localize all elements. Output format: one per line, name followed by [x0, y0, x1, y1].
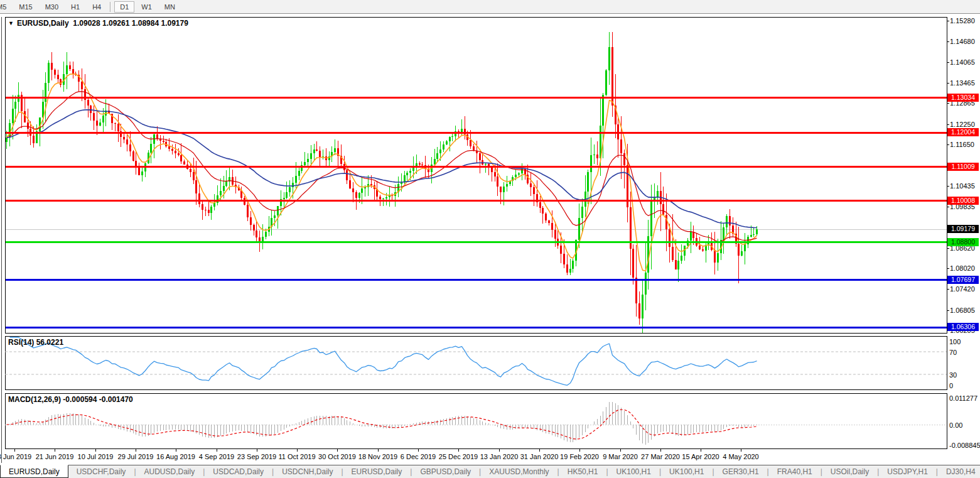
price-level-badge: 1.08800	[947, 238, 979, 246]
ohlc-open: 1.09028	[73, 19, 100, 28]
price-level-badge: 1.10008	[947, 197, 979, 205]
symbol-tab-eurusd-active[interactable]: EURUSD,Daily	[0, 465, 68, 478]
symbol-tab-fra40[interactable]: FRA40,H1	[769, 465, 821, 478]
axis-tick-marks	[15, 21, 950, 452]
up-candle-wicks	[7, 32, 757, 333]
price-tick-label: 1.07420	[950, 285, 975, 293]
pane-borders	[2, 17, 947, 463]
macd-scale-label: -0.008845	[949, 442, 980, 449]
symbol-tab-hk50[interactable]: HK50,H1	[559, 465, 606, 478]
symbol-tab-dj30[interactable]: DJ30,H4	[938, 465, 980, 478]
date-tick-label: 21 Jun 2019	[36, 453, 74, 460]
chart-dropdown-triangle-icon[interactable]: ▼	[8, 20, 14, 26]
symbol-tab-uk100[interactable]: UK100,H1	[608, 465, 659, 478]
up-candle-bodies	[6, 47, 758, 318]
rsi-pane-plot	[5, 337, 947, 385]
price-level-badge: 1.07697	[947, 276, 979, 284]
symbol-tab-usdchf[interactable]: USDCHF,Daily	[68, 465, 134, 478]
candlestick-series	[6, 32, 758, 333]
toolbar-divider	[110, 2, 111, 12]
timeframe-button-h1[interactable]: H1	[65, 1, 85, 13]
macd-signal-line	[7, 410, 757, 439]
symbol-tab-usoil[interactable]: USOil,Daily	[822, 465, 877, 478]
date-tick-label: 3 Jun 2019	[0, 453, 31, 460]
date-tick-label: 30 Oct 2019	[318, 453, 356, 460]
timeframe-toolbar: M5M15M30H1H4D1W1MN	[0, 0, 980, 14]
price-tick-label: 1.15280	[950, 17, 975, 24]
date-tick-label: 4 Sep 2019	[199, 453, 234, 460]
timeframe-button-d1[interactable]: D1	[114, 1, 134, 13]
symbol-tab-usdcnh[interactable]: USDCNH,Daily	[274, 465, 341, 478]
rsi-scale-label: 100	[949, 338, 961, 345]
date-tick-label: 11 Oct 2019	[278, 453, 315, 460]
ohlc-high: 1.09261	[102, 19, 129, 28]
date-tick-label: 10 Jul 2019	[78, 453, 114, 460]
symbol-tab-xauusd[interactable]: XAUUSD,Monthly	[481, 465, 557, 478]
date-tick-label: 18 Nov 2019	[358, 453, 397, 460]
date-tick-label: 25 Dec 2019	[439, 453, 478, 460]
price-level-badge: 1.12004	[947, 128, 979, 136]
timeframe-button-mn[interactable]: MN	[159, 1, 181, 13]
price-tick-label: 1.06805	[950, 307, 975, 314]
price-tick-label: 1.12250	[950, 121, 975, 128]
date-tick-label: 15 Apr 2020	[682, 453, 719, 460]
date-tick-label: 29 Jul 2019	[118, 453, 154, 460]
timeframe-button-m5[interactable]: M5	[0, 1, 12, 13]
price-tick-label: 1.13465	[950, 79, 975, 87]
macd-pane-border	[6, 394, 947, 449]
price-level-badge: 1.13034	[947, 94, 979, 102]
rsi-scale-label: 0	[949, 382, 953, 389]
date-tick-label: 13 Jan 2020	[480, 453, 519, 460]
timeframe-button-h4[interactable]: H4	[87, 1, 107, 13]
rsi-indicator-label: RSI(14) 56.0221	[8, 338, 63, 347]
down-candle-wicks	[22, 32, 739, 325]
horizontal-support-resistance-lines[interactable]	[5, 98, 947, 328]
date-tick-label: 9 Mar 2020	[603, 453, 638, 460]
symbol-tab-uk100[interactable]: UK100,H1	[661, 465, 712, 478]
macd-indicator-label: MACD(12,26,9) -0.000594 -0.001470	[8, 395, 133, 404]
date-tick-label: 31 Jan 2020	[520, 453, 559, 460]
macd-histogram	[7, 402, 757, 445]
main-pane-border	[6, 18, 947, 334]
timeframe-button-m30[interactable]: M30	[40, 1, 64, 13]
rsi-scale-label: 30	[949, 371, 957, 379]
symbol-tab-usdcad[interactable]: USDCAD,Daily	[205, 465, 272, 478]
ohlc-close: 1.09179	[161, 19, 188, 28]
price-level-badge: 1.06306	[947, 323, 979, 331]
macd-scale-label: 0.011277	[949, 394, 977, 402]
price-tick-label: 1.08020	[950, 264, 975, 272]
current-bid-badge: 1.09179	[947, 225, 979, 233]
rsi-line	[10, 337, 757, 385]
macd-pane-plot	[5, 402, 947, 445]
date-tick-label: 16 Aug 2019	[156, 453, 195, 460]
symbol-tab-usdjpy[interactable]: USDJPY,H1	[879, 465, 935, 478]
price-level-badge: 1.11009	[947, 163, 979, 171]
symbol-tabs-bar: EURUSD,DailyUSDCHF,Daily|AUDUSD,Daily|US…	[0, 465, 980, 478]
price-tick-label: 1.11650	[950, 141, 974, 148]
rsi-scale-label: 70	[949, 349, 957, 356]
trading-terminal-window: M5M15M30H1H4D1W1MN ▼EURUSD,Daily 1.09028…	[0, 0, 980, 478]
price-tick-label: 1.10435	[950, 182, 975, 190]
date-tick-label: 19 Feb 2020	[560, 453, 599, 460]
symbol-tab-eurusd[interactable]: EURUSD,Daily	[343, 465, 411, 478]
ohlc-low: 1.08984	[132, 19, 159, 28]
chart-title: ▼EURUSD,Daily 1.09028 1.09261 1.08984 1.…	[8, 19, 188, 28]
date-tick-label: 6 Dec 2019	[401, 453, 436, 460]
symbol-tab-gbpusd[interactable]: GBPUSD,Daily	[412, 465, 479, 478]
price-tick-label: 1.14680	[950, 38, 975, 45]
date-tick-label: 27 Mar 2020	[641, 453, 680, 460]
timeframe-button-m15[interactable]: M15	[13, 1, 38, 13]
price-tick-label: 1.14065	[950, 58, 975, 66]
chart-canvas[interactable]	[0, 14, 980, 465]
date-tick-label: 4 May 2020	[723, 453, 758, 460]
date-tick-label: 23 Sep 2019	[237, 453, 276, 460]
symbol-tab-audusd[interactable]: AUDUSD,Daily	[136, 465, 203, 478]
symbol-tab-ger30[interactable]: GER30,H1	[714, 465, 767, 478]
timeframe-button-w1[interactable]: W1	[136, 1, 158, 13]
macd-scale-label: 0.00	[949, 421, 962, 429]
chart-symbol-period: EURUSD,Daily	[17, 19, 69, 28]
